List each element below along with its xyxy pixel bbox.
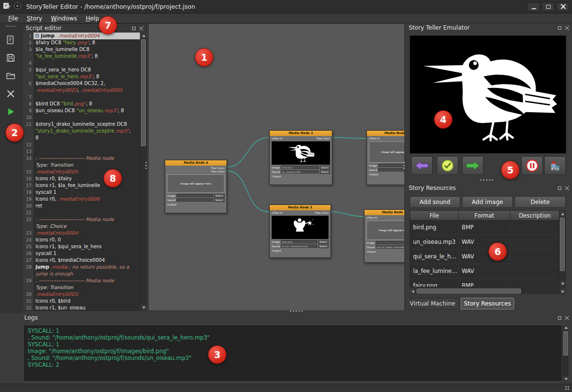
delete-button[interactable]: Delete	[515, 196, 566, 208]
scroll-down-icon[interactable]	[559, 281, 566, 287]
app-menu-icon[interactable]	[3, 2, 11, 11]
maximize-button[interactable]	[542, 2, 555, 11]
media-node-3[interactable]: Media Node 3 Plan In Plan Out Imagebird.…	[269, 130, 332, 185]
scroll-up-icon[interactable]	[563, 324, 569, 330]
splitter-handle[interactable]	[145, 162, 147, 163]
code-row[interactable]: 16lcons r0, $fairy	[23, 175, 140, 182]
image-field[interactable]	[176, 194, 213, 197]
pause-button[interactable]	[521, 156, 543, 175]
menu-story[interactable]: Story	[22, 14, 47, 23]
table-row[interactable]: la_fee_luminelle.mp3 WAV	[410, 264, 565, 279]
select-image-button[interactable]: Select	[320, 166, 330, 170]
select-image-button[interactable]: Select	[214, 194, 225, 198]
home-button[interactable]	[544, 156, 566, 175]
dock-float-icon[interactable]	[558, 316, 561, 320]
save-button[interactable]	[4, 51, 17, 65]
splitter-handle[interactable]	[480, 179, 482, 181]
code-row[interactable]: 1jump .mediaEntry0004	[23, 33, 140, 39]
port-plan-out[interactable]: Plan Out	[211, 167, 225, 170]
node-title[interactable]: Media Node 3	[270, 131, 332, 136]
dock-float-icon[interactable]	[558, 187, 561, 190]
code-row[interactable]: 14; -------------------------- Media nod…	[23, 155, 140, 162]
node-title[interactable]: Media Node 5	[270, 205, 330, 210]
code-row[interactable]: 29; -------------------------- Media nod…	[23, 277, 140, 284]
code-row[interactable]: 8$bird DC8 "bird.png", 8	[23, 101, 140, 107]
code-row[interactable]: 7	[23, 94, 140, 101]
media-node-4[interactable]: Media Node 4 Plan Out Plan Out Image wil…	[165, 160, 227, 213]
code-row[interactable]: "story1_drako_luminelle_sceptre.mp3",	[23, 128, 140, 135]
dock-close-icon[interactable]	[565, 186, 569, 190]
sound-field[interactable]	[378, 168, 405, 171]
splitter-handle[interactable]	[403, 162, 405, 163]
table-row[interactable]: un_oiseau.mp3 WAV	[410, 235, 565, 250]
code-row[interactable]: 9$un_oiseau DC8 "un_oiseau.mp3", 8	[23, 107, 140, 114]
new-script-button[interactable]	[4, 33, 17, 47]
code-row[interactable]: 3$la_fee_luminelle DC8	[23, 46, 140, 53]
close-button[interactable]	[556, 2, 569, 11]
node-title[interactable]: Media Node 2	[367, 131, 405, 136]
port-dot-icon[interactable]	[272, 212, 273, 214]
resize-grip[interactable]	[568, 389, 569, 390]
code-row[interactable]: 32lcons r1, $un_oiseau	[23, 305, 140, 310]
port-dot-icon[interactable]	[223, 168, 225, 169]
table-scrollbar[interactable]	[559, 211, 565, 287]
port-plan-in[interactable]: Plan In	[271, 211, 283, 215]
open-project-button[interactable]	[4, 69, 17, 83]
sound-field[interactable]: story1_drako_luminelle_sceptre.mp3	[376, 245, 405, 249]
script-scrollbar[interactable]	[140, 33, 146, 310]
port-plan-out[interactable]: Plan Out	[211, 170, 225, 173]
menu-file[interactable]: File	[4, 14, 22, 23]
add-image-button[interactable]: Add image	[462, 196, 513, 208]
sound-field[interactable]: un_oiseau.mp3	[281, 170, 319, 173]
title-bar[interactable]: StoryTeller Editor - /home/anthony/ostpr…	[0, 0, 572, 14]
code-row[interactable]: 17lcons r1, $la_fee_luminelle	[23, 182, 140, 189]
media-node-6[interactable]: Media Node 6 Plan In Image will appear h…	[364, 209, 405, 263]
scroll-up-icon[interactable]	[140, 33, 147, 38]
table-hscrollbar[interactable]	[410, 288, 566, 294]
code-row[interactable]: 5$qui_sera_le_hero DC8	[23, 67, 140, 73]
code-row[interactable]: 21	[23, 209, 140, 216]
script-rows[interactable]: 1jump .mediaEntry00042$fairy DC8 "fairy.…	[23, 33, 140, 310]
port-dot-icon[interactable]	[369, 138, 370, 139]
script-scroll-handle[interactable]	[141, 39, 146, 146]
port-dot-icon[interactable]	[329, 138, 330, 139]
dock-close-icon[interactable]	[139, 26, 143, 31]
add-sound-button[interactable]: Add sound	[410, 196, 460, 208]
node-graph-canvas[interactable]: Media Node 4 Plan Out Plan Out Image wil…	[148, 23, 405, 311]
sound-field[interactable]: la_fee_luminelle.mp3	[281, 244, 317, 248]
dock-close-icon[interactable]	[565, 316, 569, 320]
code-row[interactable]: 30.mediaEntry0003:	[23, 291, 140, 298]
port-plan-in[interactable]: Plan In	[366, 216, 378, 220]
port-plan-in[interactable]: Plan In	[368, 137, 380, 140]
tab-virtual-machine[interactable]: Virtual Machine	[406, 298, 459, 309]
dock-close-icon[interactable]	[565, 26, 569, 30]
image-field[interactable]	[376, 241, 405, 244]
toolbar-drag-handle[interactable]	[6, 26, 16, 28]
prev-button[interactable]	[411, 156, 433, 175]
code-row[interactable]: 18syscall 1	[23, 189, 140, 196]
select-sound-button[interactable]: Select	[320, 170, 330, 174]
code-row[interactable]: 11$story1_drako_luminelle_sceptre DC8	[23, 121, 140, 128]
code-row[interactable]: 23.mediaEntry0004:	[23, 230, 140, 237]
port-dot-icon[interactable]	[223, 171, 225, 172]
column-header-format[interactable]: Format	[459, 211, 510, 221]
select-image-button[interactable]: Select	[318, 240, 329, 244]
node-title[interactable]: Media Node 4	[165, 160, 226, 166]
column-header-file[interactable]: File	[410, 211, 459, 221]
menu-windows[interactable]: Windows	[47, 14, 82, 23]
media-node-5[interactable]: Media Node 5 Plan In Plan Out Imagefairy…	[269, 205, 331, 258]
table-row[interactable]: fairy.png BMP	[410, 279, 565, 287]
code-row[interactable]: 6$mediaChoice0004 DC32, 2,	[23, 80, 140, 87]
code-row[interactable]: .mediaEntry0003, .mediaEntry0005	[23, 87, 140, 94]
image-field[interactable]: fairy.png	[281, 240, 317, 243]
validate-button[interactable]	[437, 156, 458, 175]
code-row[interactable]: "la_fee_luminelle.mp3", 8	[23, 53, 140, 60]
scroll-down-icon[interactable]	[140, 305, 147, 310]
code-row[interactable]: 26syscall 1	[23, 250, 140, 257]
scroll-up-icon[interactable]	[559, 211, 566, 217]
code-row[interactable]: 8	[23, 135, 140, 141]
minimize-button[interactable]	[527, 2, 540, 11]
code-row[interactable]: 19lcons r0, .mediaEntry0006	[23, 196, 140, 203]
tab-story-resources[interactable]: Story Resources	[461, 298, 514, 309]
table-scroll-handle[interactable]	[560, 218, 565, 271]
